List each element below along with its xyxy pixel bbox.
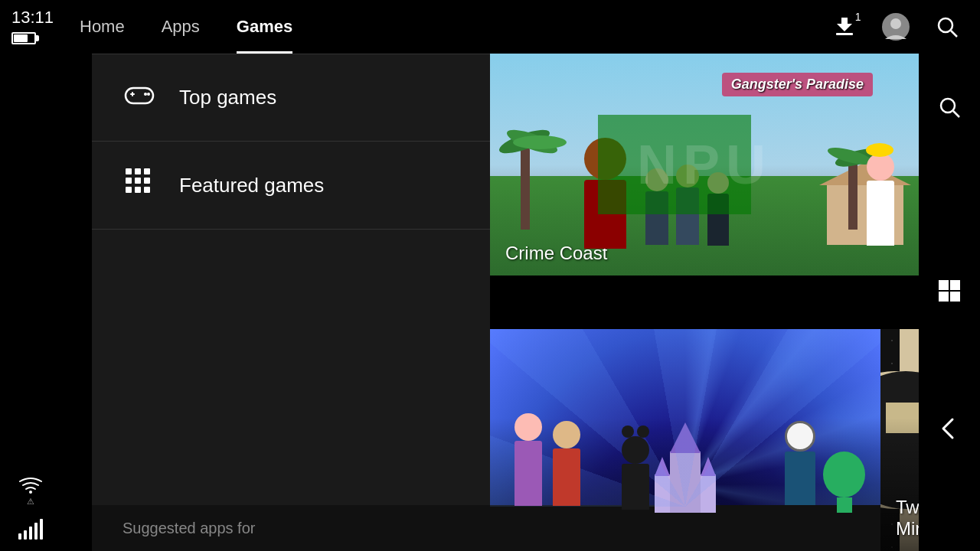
account-icon: [880, 11, 911, 42]
battery-icon: [11, 32, 36, 44]
svg-rect-7: [132, 92, 133, 96]
svg-point-2: [890, 18, 901, 29]
back-button[interactable]: [919, 398, 980, 459]
nav-games[interactable]: Games: [218, 0, 311, 54]
nav-home-label: Home: [80, 17, 125, 37]
svg-line-20: [953, 111, 959, 117]
menu-top-games[interactable]: Top games: [92, 54, 490, 142]
svg-rect-23: [939, 292, 949, 302]
menu-featured-games[interactable]: Featured games: [92, 142, 490, 230]
left-status-bar: ⚠: [0, 398, 61, 551]
svg-point-25: [29, 491, 32, 494]
svg-rect-5: [126, 88, 153, 103]
card-twins-minigame[interactable]: Twins Minigame: [880, 329, 919, 551]
back-icon: [937, 416, 962, 441]
top-right-actions: 1: [827, 0, 980, 54]
wifi-icon: ⚠: [18, 475, 43, 507]
windows-icon: [937, 279, 962, 303]
svg-rect-16: [126, 187, 132, 193]
games-cards-area: Gangster's Paradise: [490, 54, 919, 551]
svg-rect-10: [126, 168, 132, 174]
nav-home[interactable]: Home: [61, 0, 143, 54]
svg-rect-0: [836, 33, 853, 35]
search-button[interactable]: [929, 8, 965, 46]
svg-rect-17: [135, 187, 141, 193]
svg-point-8: [144, 93, 147, 96]
sidebar-search-button[interactable]: [919, 77, 980, 138]
account-button[interactable]: [878, 8, 914, 46]
status-bar: 13:11: [0, 0, 61, 65]
windows-start-button[interactable]: [919, 260, 980, 321]
svg-point-3: [939, 18, 952, 32]
svg-point-9: [147, 93, 150, 96]
card-crime-coast[interactable]: Gangster's Paradise: [490, 54, 919, 276]
nav-apps-label: Apps: [162, 17, 200, 37]
npu-background: [598, 115, 751, 214]
left-menu-panel: Top games Featured games: [92, 54, 490, 505]
download-button[interactable]: 1: [827, 8, 863, 46]
svg-point-19: [941, 99, 955, 112]
nav-apps[interactable]: Apps: [143, 0, 218, 54]
svg-rect-18: [144, 187, 150, 193]
signal-icon: [18, 518, 43, 540]
top-nav: Home Apps Games: [61, 0, 827, 54]
svg-rect-11: [135, 168, 141, 174]
sidebar-search-icon: [938, 96, 961, 119]
nav-games-label: Games: [237, 17, 292, 37]
download-icon: [832, 15, 857, 39]
svg-rect-22: [950, 280, 960, 290]
menu-top-games-label: Top games: [179, 86, 276, 109]
svg-rect-21: [939, 280, 949, 290]
time-display: 13:11: [11, 8, 54, 28]
svg-rect-24: [950, 292, 960, 302]
download-badge: 1: [855, 11, 861, 23]
twins-minigame-title: Twins Minigame: [896, 497, 919, 540]
menu-featured-games-label: Featured games: [179, 174, 324, 197]
svg-rect-13: [126, 178, 132, 184]
svg-line-4: [951, 31, 957, 37]
svg-rect-15: [144, 178, 150, 184]
svg-rect-14: [135, 178, 141, 184]
battery-fill: [14, 34, 28, 42]
search-icon: [936, 15, 959, 38]
bottom-hint-text: Suggested apps for: [122, 520, 255, 537]
svg-rect-12: [144, 168, 150, 174]
gamepad-icon: [122, 77, 156, 118]
grid-icon: [122, 165, 156, 206]
